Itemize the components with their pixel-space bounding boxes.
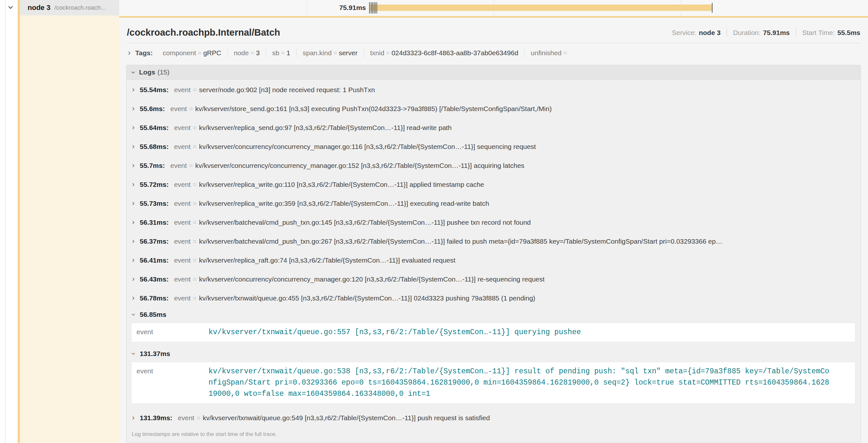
collapse-row-chevron-down-icon[interactable] xyxy=(7,4,14,10)
log-field: event xyxy=(170,105,187,113)
log-timestamp: 56.85ms xyxy=(140,311,166,318)
equals-sign: = xyxy=(193,86,196,94)
log-field: event xyxy=(174,238,190,245)
log-field: event xyxy=(174,257,190,264)
logs-body: 55.54ms: event = server/node.go:902 [n3]… xyxy=(127,79,861,442)
log-timestamp: 55.54ms: xyxy=(140,86,169,94)
detail-title-row: /cockroach.roachpb.Internal/Batch Servic… xyxy=(126,18,861,43)
log-message: kv/kvserver/replica_raft.go:74 [n3,s3,r6… xyxy=(199,257,456,264)
equals-sign: = xyxy=(193,218,196,226)
log-row[interactable]: 55.7ms: event = kv/kvserver/concurrency/… xyxy=(131,156,856,175)
operation-title: /cockroach.roachpb.Internal/Batch xyxy=(127,27,280,38)
tag-key: node xyxy=(234,49,249,57)
log-field: event xyxy=(174,124,190,132)
span-name-column-highlight[interactable] xyxy=(20,15,119,443)
log-kv-table: event kv/kvserver/txnwait/queue.go:557 [… xyxy=(131,322,856,342)
kv-value: kv/kvserver/txnwait/queue.go:557 [n3,s3,… xyxy=(209,327,581,338)
equals-sign: = xyxy=(193,238,196,245)
log-timestamp: 131.37ms xyxy=(140,350,170,357)
logs-count: (15) xyxy=(157,68,169,76)
span-duration-label: 75.91ms xyxy=(323,4,366,11)
chevron-right-icon xyxy=(131,144,135,149)
log-message: kv/kvserver/batcheval/cmd_push_txn.go:26… xyxy=(199,238,722,245)
log-event-ticks xyxy=(369,2,377,13)
tags-row[interactable]: Tags: component=gRPC node=3 sb=1 span.ki… xyxy=(126,43,861,62)
logs-section-header[interactable]: Logs (15) xyxy=(127,65,861,79)
chevron-down-icon xyxy=(131,70,135,75)
service-label: Service: xyxy=(672,29,696,37)
chevron-down-icon xyxy=(131,351,135,356)
tag-value: 024d3323-6c8f-4863-aa8b-37ab0e63496d xyxy=(392,49,519,57)
start-time-value: 55.5ms xyxy=(837,29,860,37)
log-row[interactable]: 56.78ms: event = kv/kvserver/txnwait/que… xyxy=(131,288,856,308)
tag-txnid: txnid=024d3323-6c8f-4863-aa8b-37ab0e6349… xyxy=(364,48,524,58)
log-group-header[interactable]: 56.85ms xyxy=(131,308,856,322)
log-group-expanded: 131.37ms event kv/kvserver/txnwait/queue… xyxy=(131,347,856,404)
log-timestamp: 56.41ms: xyxy=(140,257,169,264)
timeline-header[interactable]: 75.91ms xyxy=(119,0,868,16)
equals-sign: = xyxy=(279,49,286,57)
log-field: event xyxy=(174,275,190,283)
logs-title: Logs xyxy=(139,68,155,76)
log-group-header[interactable]: 131.37ms xyxy=(131,347,856,361)
log-row[interactable]: 55.72ms: event = kv/kvserver/replica_wri… xyxy=(131,175,856,194)
log-row[interactable]: 55.54ms: event = server/node.go:902 [n3]… xyxy=(131,80,856,99)
log-group-expanded: 56.85ms event kv/kvserver/txnwait/queue.… xyxy=(131,308,856,342)
log-row[interactable]: 56.37ms: event = kv/kvserver/batcheval/c… xyxy=(131,232,856,251)
chevron-right-icon xyxy=(131,163,135,168)
equals-sign: = xyxy=(249,49,256,57)
log-row[interactable]: 55.68ms: event = kv/kvserver/concurrency… xyxy=(131,137,856,156)
log-timestamp: 56.78ms: xyxy=(140,294,169,302)
start-time-label: Start Time: xyxy=(802,29,835,37)
chevron-down-icon xyxy=(131,312,135,317)
span-color-bar xyxy=(18,0,20,443)
log-timestamp: 55.7ms: xyxy=(140,162,165,170)
chevron-right-icon xyxy=(127,51,132,56)
equals-sign: = xyxy=(193,143,196,150)
log-row[interactable]: 56.31ms: event = kv/kvserver/batcheval/c… xyxy=(131,213,856,232)
logs-footer-note: Log timestamps are relative to the start… xyxy=(131,427,856,441)
log-message: kv/kvserver/concurrency/concurrency_mana… xyxy=(199,275,545,283)
kv-key: event xyxy=(131,366,209,375)
log-field: event xyxy=(174,86,190,94)
log-row[interactable]: 55.73ms: event = kv/kvserver/replica_wri… xyxy=(131,194,856,213)
log-field: event xyxy=(178,414,194,422)
equals-sign: = xyxy=(193,181,196,189)
log-field: event xyxy=(170,162,187,170)
log-message: kv/kvserver/store_send.go:161 [n3,s3] ex… xyxy=(195,105,552,113)
equals-sign: = xyxy=(193,124,196,132)
meta-divider xyxy=(796,29,796,37)
chevron-right-icon xyxy=(131,88,135,92)
span-name-tab[interactable]: node 3 /cockroach.roach… xyxy=(20,0,119,15)
log-kv-table: event kv/kvserver/txnwait/queue.go:538 [… xyxy=(131,362,856,404)
duration-value: 75.91ms xyxy=(763,29,789,37)
log-row[interactable]: 55.6ms: event = kv/kvserver/store_send.g… xyxy=(131,99,856,118)
log-field: event xyxy=(174,294,190,302)
log-row[interactable]: 56.43ms: event = kv/kvserver/concurrency… xyxy=(131,270,856,288)
duration-label: Duration: xyxy=(733,29,761,37)
log-timestamp: 56.43ms: xyxy=(140,275,169,283)
log-row[interactable]: 56.41ms: event = kv/kvserver/replica_raf… xyxy=(131,251,856,270)
tag-key: component xyxy=(162,49,196,57)
log-timestamp: 131.39ms: xyxy=(140,414,173,422)
tag-value: 1 xyxy=(286,49,290,57)
log-message: kv/kvserver/concurrency/concurrency_mana… xyxy=(195,162,524,170)
chevron-right-icon xyxy=(131,220,135,225)
log-row[interactable]: 55.64ms: event = kv/kvserver/replica_sen… xyxy=(131,118,856,137)
span-detail-panel: /cockroach.roachpb.Internal/Batch Servic… xyxy=(119,16,868,443)
kv-value: kv/kvserver/txnwait/queue.go:538 [n3,s3,… xyxy=(209,366,832,400)
log-timestamp: 55.72ms: xyxy=(140,181,169,189)
log-row[interactable]: 131.39ms: event = kv/kvserver/txnwait/qu… xyxy=(131,408,856,427)
log-timestamp: 55.68ms: xyxy=(140,143,169,150)
logs-section: Logs (15) 55.54ms: event = server/node.g… xyxy=(126,65,861,442)
chevron-right-icon xyxy=(131,182,135,187)
tag-component: component=gRPC xyxy=(156,48,227,58)
tag-value: 3 xyxy=(256,49,260,57)
log-message: kv/kvserver/concurrency/concurrency_mana… xyxy=(199,143,536,150)
log-timestamp: 56.37ms: xyxy=(140,238,169,245)
equals-sign: = xyxy=(561,49,568,57)
tag-value: gRPC xyxy=(203,49,221,57)
tag-sb: sb=1 xyxy=(266,48,296,58)
span-detail-card: /cockroach.roachpb.Internal/Batch Servic… xyxy=(119,18,868,443)
log-timestamp: 55.6ms: xyxy=(140,105,165,113)
